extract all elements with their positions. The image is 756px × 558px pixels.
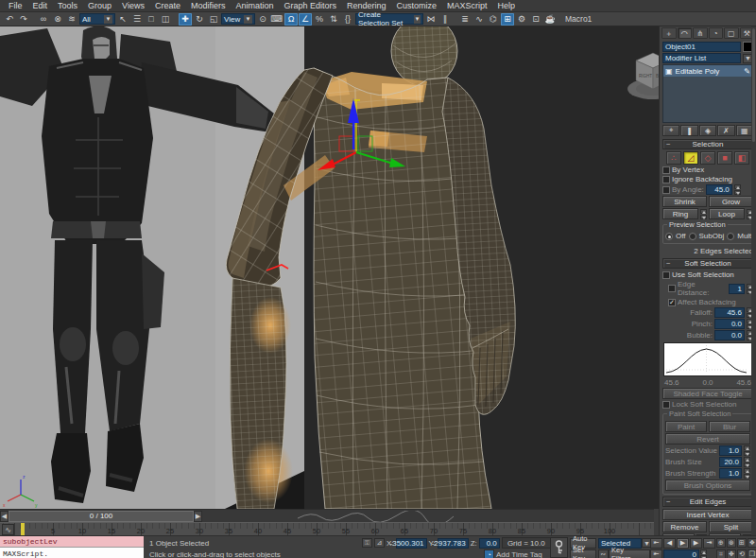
show-end-result-button[interactable]: ❚ [680,125,697,136]
zoom-all-icon[interactable]: ⊛ [727,538,736,548]
percent-snap-icon[interactable]: % [313,13,326,26]
snap-toggle-icon[interactable]: Ω [284,13,298,26]
selection-filter-dropdown[interactable]: All▼ [79,13,115,25]
zoom-extents-all-icon[interactable]: ❖ [747,538,756,548]
set-keys-button[interactable] [550,537,568,558]
select-object-icon[interactable]: ↖ [116,13,129,26]
named-selection-sets-icon[interactable]: {} [341,13,354,26]
preview-subobj-radio[interactable] [689,233,696,240]
revert-button[interactable]: Revert [665,433,750,445]
zoom-icon[interactable]: ⊕ [716,538,726,548]
previous-frame-button[interactable]: ◀ [663,538,676,549]
viewport-canvas[interactable]: RIGHT BACK x y z [0,26,659,509]
rollout-soft-selection[interactable]: −Soft Selection [662,258,753,269]
preview-multi-radio[interactable] [727,233,734,240]
undo-icon[interactable]: ↶ [3,13,16,26]
absolute-mode-icon[interactable]: ⊿ [374,538,385,548]
selection-lock-icon[interactable]: ⚿ [362,538,372,548]
align-icon[interactable]: ∥ [438,13,452,26]
menu-modifiers[interactable]: Modifiers [186,0,231,11]
zoom-extents-icon[interactable]: ⊞ [737,538,747,548]
shaded-face-toggle-button[interactable]: Shaded Face Toggle [662,388,753,399]
curve-editor-icon[interactable]: ∿ [472,13,486,26]
named-selection-set-field[interactable]: Create Selection Set▼ [355,13,423,25]
affect-backfacing-checkbox[interactable]: ✓ [668,299,676,306]
subobject-polygon-icon[interactable]: ■ [717,151,732,165]
menu-file[interactable]: File [4,0,27,11]
menu-maxscript[interactable]: MAXScript [442,0,492,11]
render-setup-icon[interactable]: ⚙ [515,13,528,26]
panel-scrollbar[interactable] [751,26,756,535]
remove-button[interactable]: Remove [662,521,707,532]
go-to-start-button[interactable]: ⇤ [650,538,662,549]
chevron-down-icon[interactable]: ▼ [414,15,421,24]
ignore-backfacing-checkbox[interactable] [662,176,670,183]
pinch-value[interactable]: 0.0 [714,319,745,329]
ring-button[interactable]: Ring [662,208,698,219]
make-unique-icon[interactable]: ◈ [699,125,716,136]
menu-tools[interactable]: Tools [53,0,82,11]
redo-icon[interactable]: ↷ [17,13,30,26]
brush-size-field[interactable]: 20.0 [719,457,742,467]
stack-item-editable-poly[interactable]: ▣ Editable Poly ✎ [663,65,752,77]
window-crossing-icon[interactable]: ◫ [159,13,172,26]
brush-size-spinner[interactable] [744,457,750,467]
select-by-name-icon[interactable]: ☰ [130,13,144,26]
key-filters-button[interactable]: Key Filters... [609,549,650,558]
frame-spinner[interactable] [700,549,707,558]
select-scale-icon[interactable]: ◱ [207,13,220,26]
z-coordinate-field[interactable]: 0.0 [479,538,500,549]
key-steps-icon[interactable]: ∾ [598,549,609,558]
remove-modifier-icon[interactable]: ✗ [717,125,734,136]
add-time-tag-label[interactable]: Add Time Tag [496,550,542,558]
modifier-list-dropdown[interactable]: Modifier List [662,53,741,63]
macro-label[interactable]: Macro1 [558,14,592,24]
play-button[interactable]: ▶ [677,538,689,549]
show-end-result-icon[interactable]: ✎ [744,67,750,76]
by-angle-value[interactable]: 45.0 [706,184,732,195]
zoom-region-icon[interactable]: ⌗ [716,549,726,558]
paint-button[interactable]: Paint [665,421,707,432]
unlink-icon[interactable]: ⊗ [51,13,64,26]
time-slider-left-arrow[interactable]: ◀ [0,511,9,522]
tab-display[interactable]: ▢ [724,27,739,39]
rendered-frame-icon[interactable]: ⊡ [529,13,542,26]
brush-strength-spinner[interactable] [744,468,750,479]
blur-button[interactable]: Blur [709,421,750,432]
current-frame-marker[interactable] [21,523,25,535]
select-rotate-icon[interactable]: ↻ [193,13,206,26]
pivot-center-icon[interactable]: ⊙ [256,13,269,26]
time-tag-icon[interactable]: ◔ [484,549,494,558]
time-slider-handle[interactable]: 0 / 100 [9,511,194,522]
selection-region-icon[interactable]: □ [145,13,158,26]
split-button[interactable]: Split [709,521,753,532]
orbit-icon[interactable]: ⟲ [737,549,747,558]
insert-vertex-button[interactable]: Insert Vertex [662,509,753,520]
bubble-value[interactable]: 0.0 [714,330,745,340]
pan-icon[interactable]: ✥ [727,549,736,558]
object-name-field[interactable]: Object01 [662,42,741,52]
x-coordinate-field[interactable]: -3500.301 [396,538,427,549]
reference-coord-dropdown[interactable]: View▼ [221,13,255,25]
y-coordinate-field[interactable]: -2937.783 [438,538,469,549]
shrink-button[interactable]: Shrink [662,196,707,207]
menu-group[interactable]: Group [83,0,116,11]
rollout-selection[interactable]: −Selection [662,139,753,149]
select-link-icon[interactable]: ∞ [37,13,50,26]
brush-options-button[interactable]: Brush Options [665,480,750,491]
spinner-snap-icon[interactable]: ⇅ [327,13,340,26]
mirror-icon[interactable]: ⋈ [424,13,438,26]
tab-hierarchy[interactable]: ⋔ [693,27,708,39]
track-bar[interactable]: ∿ 5 10 15 20 25 30 35 40 45 50 55 60 65 … [0,522,654,535]
tab-create[interactable]: ＋ [662,27,677,39]
menu-help[interactable]: Help [493,0,521,11]
tab-motion[interactable]: ◔ [709,27,724,39]
mini-curve-editor-icon[interactable]: ∿ [2,524,14,535]
edge-distance-value[interactable]: 1 [729,284,745,294]
maxscript-mini-listener[interactable]: subobjectLev MAXScript. [0,536,144,558]
use-soft-selection-checkbox[interactable] [662,271,670,279]
material-editor-icon[interactable]: ⊞ [501,13,514,26]
menu-graph-editors[interactable]: Graph Editors [279,0,341,11]
by-angle-checkbox[interactable] [662,186,670,194]
subobject-border-icon[interactable]: ◇ [700,151,715,165]
